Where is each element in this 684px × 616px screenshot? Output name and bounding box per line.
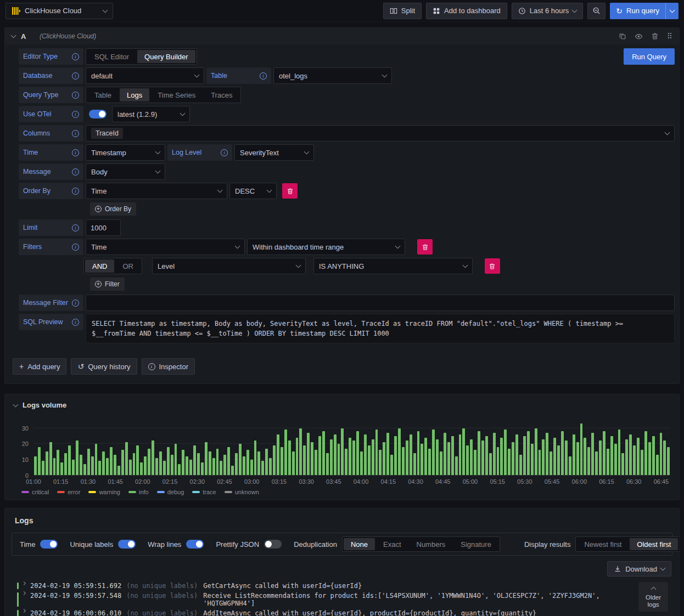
- split-button[interactable]: Split: [383, 3, 422, 19]
- info-icon[interactable]: i: [72, 299, 79, 307]
- filter-field-select[interactable]: Time: [86, 239, 245, 255]
- legend-item-debug[interactable]: debug: [157, 489, 184, 495]
- otel-version-select[interactable]: latest (1.2.9): [112, 106, 190, 122]
- query-type-logs-option[interactable]: Logs: [120, 88, 149, 101]
- query-history-button[interactable]: ↺ Query history: [71, 358, 137, 375]
- legend-item-error[interactable]: error: [57, 489, 80, 495]
- x-tick-label: 03:15: [272, 478, 287, 485]
- run-query-dropdown-button[interactable]: [665, 3, 679, 19]
- info-icon[interactable]: i: [221, 149, 228, 156]
- query-type-timeseries-option[interactable]: Time Series: [150, 88, 203, 101]
- columns-multiselect[interactable]: TraceId: [86, 125, 675, 142]
- limit-input[interactable]: [86, 219, 121, 236]
- expand-log-chevron-icon[interactable]: [22, 609, 26, 613]
- dedup-signature-option[interactable]: Signature: [453, 538, 498, 550]
- info-icon[interactable]: i: [72, 244, 79, 251]
- legend-label: error: [68, 489, 80, 495]
- x-tick-label: 04:15: [381, 478, 396, 485]
- filter-condition-field-select[interactable]: Level: [152, 258, 306, 274]
- logs-volume-header[interactable]: Logs volume: [14, 401, 670, 409]
- logs-volume-chart[interactable]: 0102030: [14, 423, 670, 476]
- toggle-visibility-icon[interactable]: [635, 32, 643, 41]
- log-rows: 2024-02-19 05:59:51.692(no unique labels…: [12, 581, 620, 616]
- query-type-traces-option[interactable]: Traces: [204, 88, 239, 101]
- or-option[interactable]: OR: [115, 259, 141, 273]
- dedup-exact-option[interactable]: Exact: [376, 538, 408, 550]
- database-select[interactable]: default: [86, 67, 204, 84]
- volume-bar: [72, 460, 75, 475]
- prettify-json-toggle[interactable]: [264, 540, 282, 549]
- remove-condition-button[interactable]: [485, 258, 500, 274]
- columns-selected-chip[interactable]: TraceId: [91, 128, 123, 139]
- duplicate-query-icon[interactable]: [619, 32, 626, 40]
- run-query-button[interactable]: ↻ Run query: [610, 3, 665, 19]
- filter-condition-operator-select[interactable]: IS ANYTHING: [313, 258, 473, 274]
- x-tick-label: 03:45: [326, 478, 341, 485]
- query-type-table-option[interactable]: Table: [87, 88, 119, 101]
- datasource-picker[interactable]: ClickHouse Cloud: [5, 3, 113, 19]
- time-column-select[interactable]: Timestamp: [86, 144, 165, 161]
- info-icon[interactable]: i: [72, 149, 79, 156]
- info-icon[interactable]: i: [72, 130, 79, 137]
- time-range-picker[interactable]: Last 6 hours: [512, 3, 584, 19]
- deduplication-label: Deduplication: [294, 540, 337, 549]
- info-icon[interactable]: i: [72, 168, 79, 176]
- info-icon[interactable]: i: [72, 188, 79, 195]
- collapse-chevron-icon[interactable]: [13, 402, 19, 407]
- oldest-first-option[interactable]: Oldest first: [630, 538, 678, 550]
- download-button[interactable]: Download: [607, 561, 671, 577]
- info-icon[interactable]: i: [72, 111, 79, 118]
- filter-operator-select[interactable]: Within dashboard time range: [247, 239, 405, 255]
- collapse-chevron-icon[interactable]: [11, 33, 16, 38]
- legend-item-unknown[interactable]: unknown: [225, 489, 259, 495]
- legend-item-critical[interactable]: critical: [21, 489, 49, 495]
- log-row[interactable]: 2024-02-19 05:59:51.692(no unique labels…: [12, 581, 620, 591]
- info-icon[interactable]: i: [260, 72, 267, 80]
- chevron-down-icon: [194, 72, 200, 78]
- dedup-none-option[interactable]: None: [344, 538, 375, 550]
- add-order-by-button[interactable]: + Order By: [90, 202, 136, 216]
- order-by-column-select[interactable]: Time: [86, 183, 227, 199]
- log-row[interactable]: 2024-02-19 06:00:06.010(no unique labels…: [12, 608, 620, 616]
- legend-swatch: [57, 491, 65, 493]
- message-filter-input[interactable]: [86, 295, 675, 311]
- table-select[interactable]: otel_logs: [273, 67, 392, 84]
- info-icon[interactable]: i: [72, 92, 79, 99]
- legend-item-warning[interactable]: warning: [88, 489, 120, 495]
- expand-log-chevron-icon[interactable]: [22, 581, 26, 585]
- use-otel-toggle[interactable]: [89, 110, 106, 118]
- newest-first-option[interactable]: Newest first: [577, 538, 629, 550]
- run-query-editor-button[interactable]: Run Query: [624, 48, 675, 65]
- add-to-dashboard-button[interactable]: Add to dashboard: [426, 3, 507, 19]
- legend-item-info[interactable]: info: [128, 489, 149, 495]
- remove-filter-button[interactable]: [417, 239, 433, 255]
- order-by-direction-select[interactable]: DESC: [229, 183, 277, 199]
- info-icon[interactable]: i: [72, 224, 79, 231]
- sql-editor-option[interactable]: SQL Editor: [87, 50, 136, 63]
- inspector-button[interactable]: i Inspector: [142, 358, 195, 375]
- info-icon[interactable]: i: [72, 53, 79, 60]
- legend-item-trace[interactable]: trace: [192, 489, 216, 495]
- info-icon[interactable]: i: [72, 319, 79, 326]
- volume-bar: [410, 434, 412, 475]
- expand-log-chevron-icon[interactable]: [22, 591, 26, 595]
- query-row-header[interactable]: A (ClickHouse Cloud) ⠿: [5, 28, 679, 44]
- drag-handle-icon[interactable]: ⠿: [667, 32, 672, 40]
- older-logs-button[interactable]: Older logs: [638, 582, 668, 612]
- info-icon[interactable]: i: [72, 72, 79, 80]
- message-column-select[interactable]: Body: [86, 163, 165, 180]
- datasource-name: ClickHouse Cloud: [25, 7, 81, 15]
- unique-labels-toggle[interactable]: [118, 540, 136, 549]
- add-filter-button[interactable]: + Filter: [90, 278, 125, 291]
- wrap-lines-toggle[interactable]: [186, 540, 204, 549]
- remove-order-by-button[interactable]: [282, 183, 298, 199]
- log-row[interactable]: 2024-02-19 05:59:57.548(no unique labels…: [12, 591, 620, 608]
- zoom-out-button[interactable]: [587, 3, 605, 19]
- time-toggle[interactable]: [40, 540, 58, 549]
- and-option[interactable]: AND: [85, 259, 114, 273]
- query-builder-option[interactable]: Query Builder: [137, 50, 195, 63]
- add-query-button[interactable]: + Add query: [13, 358, 66, 375]
- log-level-select[interactable]: SeverityText: [234, 144, 314, 161]
- remove-query-icon[interactable]: [651, 32, 659, 40]
- dedup-numbers-option[interactable]: Numbers: [410, 538, 453, 550]
